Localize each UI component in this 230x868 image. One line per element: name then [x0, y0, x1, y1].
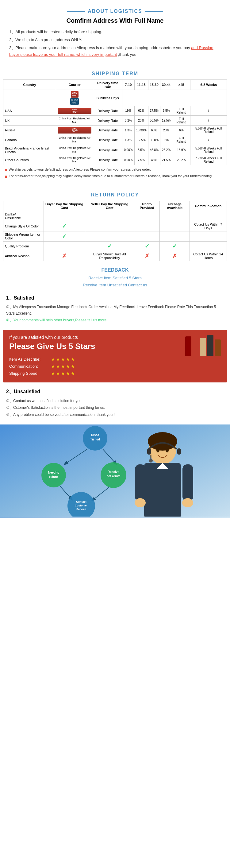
shipping-cell-0-5: /	[191, 106, 227, 115]
shipping-country-5: Other Countries	[3, 155, 56, 165]
stars-row-2: Shipping Speed:★★★★★	[9, 370, 221, 376]
shipping-cell-3-2: 69.8%	[148, 135, 160, 145]
svg-text:Service: Service	[76, 508, 86, 511]
return-col-exchange: Exchage Avaviable	[160, 201, 190, 211]
col-30-44: 30-44	[160, 80, 172, 90]
return-cell-1-4: Cotact Us Within 7 Days	[190, 221, 227, 231]
stars-box: If you are satisfied with our products P…	[3, 330, 227, 382]
shipping-cell-4-0: 0.00%	[122, 145, 134, 155]
shipping-cell-5-5: 7.7%>8 Weeks Full Refund	[191, 155, 227, 165]
return-cell-2-4	[190, 231, 227, 242]
star-icon: ★	[51, 363, 55, 369]
shipping-courier-5: China Post Registered Air Mail	[56, 155, 93, 165]
return-cell-2-1	[85, 231, 134, 242]
stars-row-0: Item As Describe:★★★★★	[9, 356, 221, 362]
shipping-cell-1-5: /	[191, 115, 227, 125]
shipping-table-header-row: Country Courier Delivery time rate 7-10 …	[3, 80, 227, 90]
wallet-darkred	[193, 335, 199, 356]
unsat-item-3: ③、Any problem could be solved after comm…	[6, 411, 224, 418]
shipping-cell-0-1: 62%	[134, 106, 148, 115]
logistics-title: Comfirm Address With Full Name	[9, 17, 221, 24]
return-cell-2-0: ✓	[43, 231, 85, 242]
cs-scene: Dissa Tisfied Need to return Receive not…	[0, 425, 230, 517]
svg-point-12	[149, 459, 153, 463]
cross-icon: ✗	[145, 253, 149, 259]
cross-icon: ✗	[172, 253, 177, 259]
shipping-cell-2-0: 1.3%	[122, 126, 134, 135]
shipping-row-1: UKChina Post Registered Air MailDelivery…	[3, 115, 227, 125]
logistics-item-1: 1、All products will be tested strictly b…	[9, 29, 221, 35]
note-1: ■ We ship parcels to your default addres…	[5, 167, 225, 173]
shipping-country-3: Canada	[3, 135, 56, 145]
svg-point-13	[156, 449, 160, 453]
shipping-courier-1: China Post Registered Air Mail	[56, 115, 93, 125]
shipping-cell-3-5: /	[191, 135, 227, 145]
check-icon: ✓	[62, 223, 67, 229]
shipping-cell-3-1: 12.5%	[134, 135, 148, 145]
svg-rect-6	[183, 464, 193, 501]
return-col-photo: Photo Provided	[134, 201, 160, 211]
star-icon: ★	[70, 356, 75, 362]
satisfied-list: ①、My Aliexpress Transaction Manage Feedb…	[6, 304, 224, 324]
star-icon: ★	[61, 356, 65, 362]
shipping-cell-2-4: 6%	[172, 126, 191, 135]
shipping-rate-2: Delivery Rate	[93, 126, 122, 135]
return-row-3: Quality Problem✓✓✓	[3, 242, 227, 251]
return-cell-0-2	[134, 211, 160, 221]
shipping-rate-4: Delivery Rate	[93, 145, 122, 155]
stars-rows: Item As Describe:★★★★★Communication:★★★★…	[9, 356, 221, 376]
shipping-cell-3-0: 1.3%	[122, 135, 134, 145]
unsat-item-1: ①、Contact us we must find a solution for…	[6, 398, 224, 405]
shipping-cell-4-2: 45.8%	[148, 145, 160, 155]
shipping-row-4: Brazil Argentina France Israel CroatiaCh…	[3, 145, 227, 155]
stars-icons-1: ★★★★★	[51, 363, 75, 369]
col-country: Country	[3, 80, 56, 90]
star-icon: ★	[56, 363, 60, 369]
return-reason-4: Arttifical Reason	[3, 251, 44, 261]
return-reason-3: Quality Problem	[3, 242, 44, 251]
return-col-seller: Seller Pay the Shipping Cost	[85, 201, 134, 211]
shipping-courier-4: China Post Registered Air Mail	[56, 145, 93, 155]
shipping-cell-4-5: 5.5%>8 Weeks Full Refund	[191, 145, 227, 155]
shipping-row-3: CanadaChina Post Registered Air MailDeli…	[3, 135, 227, 145]
satisfied-item-1: ①、My Aliexpress Transaction Manage Feedb…	[6, 304, 224, 317]
shipping-row-5: Other CountriesChina Post Registered Air…	[3, 155, 227, 165]
wallet-black	[207, 335, 213, 356]
shipping-cell-1-0: 5.2%	[122, 115, 134, 125]
return-reason-2: Shipping Wrong Item or Color	[3, 231, 44, 242]
return-cell-3-2: ✓	[134, 242, 160, 251]
return-header: RETURN POLICY	[3, 187, 227, 201]
shipping-country-0: USA	[3, 106, 56, 115]
shipping-cell-0-2: 17.5%	[148, 106, 160, 115]
star-label-2: Shipping Speed:	[9, 371, 49, 376]
check-icon: ✓	[107, 243, 112, 249]
shipping-cell-4-4: 18.9%	[172, 145, 191, 155]
shipping-table-subheader-row: SINGPOST CHINAPOST Business Days	[3, 90, 227, 106]
star-icon: ★	[61, 363, 65, 369]
svg-text:Tisfied: Tisfied	[90, 438, 100, 441]
col-6-8-weeks: 6-8 Weeks	[191, 80, 227, 90]
shipping-section: SHIPPING TERM Country Courier Delivery t…	[0, 62, 230, 184]
shipping-cell-2-2: 68%	[148, 126, 160, 135]
return-cell-3-1: ✓	[85, 242, 134, 251]
return-row-2: Shipping Wrong Item or Color✓	[3, 231, 227, 242]
satisfied-title: 1、Satisfied	[6, 295, 224, 301]
return-col-comm: Communi-cation	[190, 201, 227, 211]
shipping-rate-5: Delivery Rate	[93, 155, 122, 165]
check-icon: ✓	[145, 243, 149, 249]
shipping-cell-5-0: 0.00%	[122, 155, 134, 165]
return-cell-3-4	[190, 242, 227, 251]
logistics-title-text: Comfirm Address With Full Name	[67, 17, 164, 24]
feedback-line2: Receive Item Unsatisfied Contact us	[6, 281, 224, 288]
svg-text:return: return	[50, 475, 58, 478]
shipping-courier-3: China Post Registered Air Mail	[56, 135, 93, 145]
svg-text:Contact: Contact	[76, 500, 87, 503]
return-cell-2-2	[134, 231, 160, 242]
satisfied-section: 1、Satisfied ①、My Aliexpress Transaction …	[0, 292, 230, 327]
china-post-logo: CHINAPOST	[70, 98, 79, 105]
svg-text:not arrive: not arrive	[106, 474, 121, 478]
logistics-section: ABOUT LOGISTICS Comfirm Address With Ful…	[0, 0, 230, 62]
shipping-cell-1-2: 56.5%	[148, 115, 160, 125]
return-reason-0: Dislike/ Unsuitable	[3, 211, 44, 221]
sub-empty	[3, 90, 56, 106]
